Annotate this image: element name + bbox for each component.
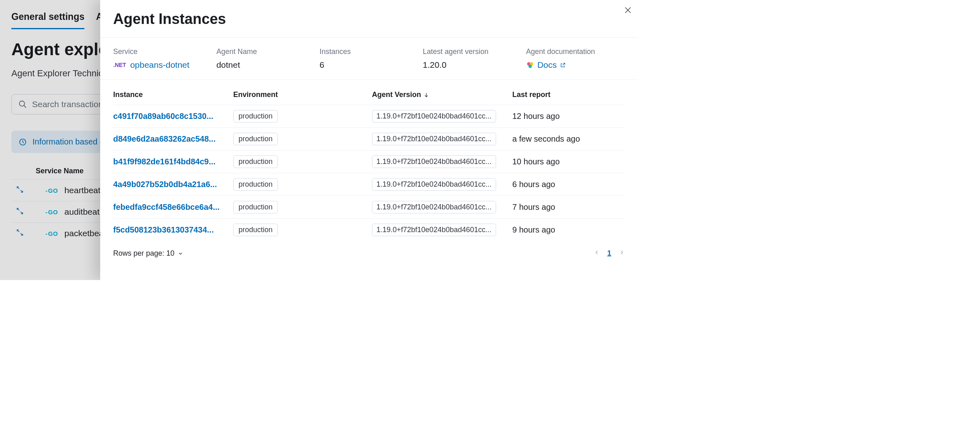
instances-table: Instance Environment Agent Version Last …	[100, 80, 638, 241]
table-row: c491f70a89ab60c8c1530... production 1.19…	[113, 105, 625, 128]
agent-name-value: dotnet	[216, 60, 315, 70]
flyout-title: Agent Instances	[113, 11, 625, 28]
table-row: d849e6d2aa683262ac548... production 1.19…	[113, 128, 625, 151]
summary-label-docs: Agent documentation	[526, 47, 625, 56]
table-row: f5cd508123b3613037434... production 1.19…	[113, 219, 625, 241]
agent-version-badge: 1.19.0+f72bf10e024b0bad4601cc...	[372, 178, 496, 191]
instance-link[interactable]: b41f9f982de161f4bd84c9...	[113, 157, 233, 166]
chevron-left-icon	[593, 249, 600, 256]
summary-label-latest: Latest agent version	[423, 47, 522, 56]
summary-label-instances: Instances	[320, 47, 419, 56]
last-report-value: 12 hours ago	[512, 112, 625, 121]
page-number[interactable]: 1	[606, 248, 613, 259]
column-header-environment[interactable]: Environment	[233, 91, 372, 99]
instance-link[interactable]: c491f70a89ab60c8c1530...	[113, 112, 233, 121]
chevron-right-icon	[619, 249, 625, 256]
agent-instances-flyout: Agent Instances Service .NET opbeans-dot…	[100, 0, 638, 280]
external-link-icon	[560, 62, 566, 68]
environment-badge: production	[233, 155, 278, 168]
dotnet-icon: .NET	[113, 62, 126, 68]
instance-link[interactable]: f5cd508123b3613037434...	[113, 225, 233, 235]
summary-label-agent-name: Agent Name	[216, 47, 315, 56]
agent-version-badge: 1.19.0+f72bf10e024b0bad4601cc...	[372, 201, 496, 213]
last-report-value: a few seconds ago	[512, 134, 625, 144]
service-link[interactable]: opbeans-dotnet	[130, 60, 189, 70]
agent-version-badge: 1.19.0+f72bf10e024b0bad4601cc...	[372, 110, 496, 123]
instance-link[interactable]: febedfa9ccf458e66bce6a4...	[113, 203, 233, 212]
table-row: b41f9f982de161f4bd84c9... production 1.1…	[113, 151, 625, 173]
sort-desc-icon	[423, 92, 429, 98]
pagination: 1	[593, 248, 625, 259]
environment-badge: production	[233, 110, 278, 123]
elastic-icon	[526, 61, 534, 69]
instance-link[interactable]: 4a49b027b52b0db4a21a6...	[113, 180, 233, 189]
last-report-value: 10 hours ago	[512, 157, 625, 166]
chevron-down-icon	[178, 251, 183, 256]
table-row: 4a49b027b52b0db4a21a6... production 1.19…	[113, 173, 625, 196]
environment-badge: production	[233, 224, 278, 236]
summary-row: Service .NET opbeans-dotnet Agent Name d…	[100, 38, 638, 80]
last-report-value: 7 hours ago	[512, 203, 625, 212]
environment-badge: production	[233, 201, 278, 213]
column-header-last-report[interactable]: Last report	[512, 91, 625, 99]
environment-badge: production	[233, 178, 278, 191]
docs-link[interactable]: Docs	[537, 60, 557, 70]
summary-label-service: Service	[113, 47, 212, 56]
last-report-value: 6 hours ago	[512, 180, 625, 189]
agent-version-badge: 1.19.0+f72bf10e024b0bad4601cc...	[372, 224, 496, 236]
column-header-agent-version[interactable]: Agent Version	[372, 91, 512, 99]
rows-per-page-label: Rows per page: 10	[113, 249, 174, 258]
agent-version-badge: 1.19.0+f72bf10e024b0bad4601cc...	[372, 133, 496, 145]
instance-link[interactable]: d849e6d2aa683262ac548...	[113, 134, 233, 144]
column-header-instance[interactable]: Instance	[113, 91, 233, 99]
prev-page-button[interactable]	[593, 249, 600, 258]
column-header-agent-version-label: Agent Version	[372, 91, 421, 99]
close-icon	[624, 6, 632, 14]
last-report-value: 9 hours ago	[512, 225, 625, 235]
close-button[interactable]	[621, 3, 635, 17]
environment-badge: production	[233, 133, 278, 145]
table-row: febedfa9ccf458e66bce6a4... production 1.…	[113, 196, 625, 219]
agent-version-badge: 1.19.0+f72bf10e024b0bad4601cc...	[372, 155, 496, 168]
instances-value: 6	[320, 60, 419, 70]
latest-version-value: 1.20.0	[423, 60, 522, 70]
next-page-button[interactable]	[619, 249, 625, 258]
svg-point-7	[528, 65, 531, 68]
rows-per-page-select[interactable]: Rows per page: 10	[113, 249, 183, 258]
